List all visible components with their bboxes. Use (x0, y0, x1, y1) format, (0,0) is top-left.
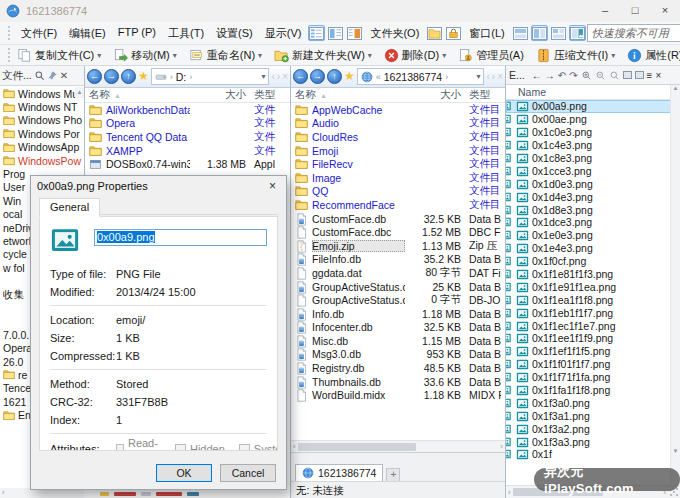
forward-button[interactable]: → (104, 69, 119, 84)
image-file-row[interactable]: 0x1e4e3.png (506, 242, 680, 255)
folder-lock-icon[interactable] (445, 25, 462, 41)
menu-item-2[interactable]: FTP (P) (112, 24, 162, 43)
horizontal-scrollbar[interactable]: ‹› (291, 440, 505, 452)
dropdown-arrow-icon[interactable]: ▾ (368, 51, 372, 60)
toolbar-del-button[interactable]: 删除(D)▾ (381, 47, 449, 64)
dropdown-arrow-icon[interactable]: ▾ (258, 51, 262, 60)
file-row[interactable]: Thumbnails.db33.6 KBData Ba (291, 375, 505, 389)
toolbar-move-button[interactable]: 移动(M)▾ (110, 47, 180, 64)
file-row[interactable]: Infocenter.db32.5 KBData Ba (291, 321, 505, 335)
layout-horizontal-icon[interactable] (512, 25, 529, 41)
column-type[interactable]: 类型 (246, 88, 286, 102)
undo-icon[interactable]: ↶ (558, 67, 566, 84)
forward-icon[interactable]: → (545, 67, 555, 84)
image-file-row[interactable]: 0x1e0e3.png (506, 229, 680, 242)
image-file-row[interactable]: 0x1dce3.png (506, 216, 680, 229)
menu-icon[interactable]: ≡ (647, 67, 653, 84)
pin-icon[interactable] (47, 70, 58, 81)
file-row[interactable]: Msg3.0.db953 KBData Ba (291, 348, 505, 362)
column-size[interactable]: 大小 (190, 88, 246, 102)
file-row[interactable]: ggdata.dat80 字节DAT Fil (291, 266, 505, 280)
folder-tree-item[interactable]: Windows Pho (0, 114, 84, 127)
back-icon[interactable]: ← (532, 67, 542, 84)
zoom-in-icon[interactable] (581, 70, 592, 81)
menu-item-1[interactable]: 编辑(E) (63, 24, 112, 43)
image-file-row[interactable]: 0x1f1ef1f1f5.png (506, 345, 680, 358)
menu-item-4[interactable]: 设置(S) (210, 24, 259, 43)
checkbox-icon[interactable] (175, 444, 186, 452)
dropdown-arrow-icon[interactable]: ▾ (173, 51, 177, 60)
favorites-icon[interactable]: ★ (138, 69, 149, 84)
tab-general[interactable]: General (39, 198, 100, 217)
image-file-row[interactable]: 0x1f1ea1f1f8.png (506, 293, 680, 306)
breadcrumb-dropdown-arrow[interactable]: ▾ (261, 72, 265, 81)
image-file-row[interactable]: 0x1f1e91f1ea.png (506, 280, 680, 293)
image-file-row[interactable]: 0x1d4e3.png (506, 190, 680, 203)
breadcrumb-path[interactable]: 1621386774 (384, 71, 442, 83)
layout-vertical-icon[interactable] (531, 25, 548, 41)
menu-item-0[interactable]: 文件(F) (15, 24, 63, 43)
folder-tree-item[interactable]: WindowsPow (0, 154, 84, 167)
view-split-icon[interactable] (327, 25, 344, 41)
image-file-row[interactable]: 0x00a9.png (506, 100, 680, 113)
image-file-row[interactable]: 0x1f3a0.png (506, 396, 680, 409)
file-row[interactable]: CustomFace.db32.5 KBData Ba (291, 212, 505, 226)
dropdown-arrow-icon[interactable]: ▾ (97, 51, 101, 60)
file-row[interactable]: FileRecv文件目 (291, 157, 505, 171)
view-preview-icon[interactable] (346, 25, 363, 41)
forward-button[interactable]: → (310, 69, 325, 84)
image-file-row[interactable]: 0x1d0e3.png (506, 177, 680, 190)
toolbar-copy-button[interactable]: 复制文件(C)▾ (14, 47, 104, 64)
file-row[interactable]: AppWebCache文件目 (291, 103, 505, 117)
image-file-row[interactable]: 0x00ae.png (506, 113, 680, 126)
image-file-row[interactable]: 0x1d8e3.png (506, 203, 680, 216)
attribute-checkbox-system[interactable]: System (239, 437, 278, 451)
up-button[interactable]: ↑ (121, 69, 136, 84)
file-row[interactable]: Registry.db48.5 KBData Ba (291, 361, 505, 375)
folder-tree-item[interactable]: Windows Mu (0, 87, 84, 100)
close-panel-icon[interactable]: ✕ (60, 70, 68, 81)
file-row[interactable]: XAMPP文件 (85, 144, 290, 158)
file-row[interactable]: Image文件目 (291, 171, 505, 185)
file-row[interactable]: FileInfo.db35.2 KBData Ba (291, 253, 505, 267)
file-row[interactable]: DOSBox0.74-win32-installer.exe1.38 MBApp… (85, 157, 290, 171)
zoom-out-icon[interactable] (595, 70, 606, 81)
image-file-row[interactable]: 0x1f3a3.png (506, 435, 680, 448)
toolbar-rename-button[interactable]: 重命名(N)▾ (186, 47, 265, 64)
file-row[interactable]: Misc.db1.15 MBData Ba (291, 334, 505, 348)
menu-folder[interactable]: 文件夹(O) (364, 24, 425, 43)
image-file-row[interactable]: 0x1c4e3.png (506, 139, 680, 152)
close-button[interactable]: × (650, 0, 680, 22)
file-row[interactable]: CloudRes文件目 (291, 130, 505, 144)
search-icon[interactable] (34, 70, 45, 81)
tab-current[interactable]: 1621386774 (295, 464, 383, 481)
file-row[interactable]: GroupActiveStatus.db-journal0 字节DB-JOU (291, 293, 505, 307)
file-row[interactable]: GroupActiveStatus.db25 KBData Ba (291, 280, 505, 294)
image-file-row[interactable]: 0x1f3a1.png (506, 409, 680, 422)
file-row[interactable]: CustomFace.dbc1.52 MBDBC Fil (291, 225, 505, 239)
cancel-button[interactable]: Cancel (220, 464, 276, 482)
close-viewer-icon[interactable]: × (655, 67, 661, 84)
back-button[interactable]: ← (87, 69, 102, 84)
redo-icon[interactable]: ↷ (569, 67, 577, 84)
folder-tree-item[interactable]: Windows NT (0, 100, 84, 113)
actual-size-icon[interactable] (635, 71, 644, 79)
add-tab-button[interactable]: + (386, 468, 400, 481)
image-file-row[interactable]: 0x1f1ec1f1e7.png (506, 319, 680, 332)
dropdown-arrow-icon[interactable]: ▾ (611, 51, 615, 60)
address-breadcrumb[interactable]: › D: › ▾ (151, 68, 270, 85)
dialog-close-icon[interactable]: × (265, 179, 280, 193)
folder-tree-icon[interactable] (426, 25, 443, 41)
menu-window[interactable]: 窗口(L) (463, 24, 510, 43)
minimize-button[interactable]: – (590, 0, 620, 22)
breadcrumb-dropdown-arrow[interactable]: ▾ (476, 72, 480, 81)
view-details-icon[interactable] (308, 25, 325, 41)
folder-tree-item[interactable]: WindowsApp (0, 141, 84, 154)
breadcrumb-path[interactable]: D: (176, 71, 187, 83)
favorites-icon[interactable]: ★ (344, 69, 355, 84)
fit-view-icon[interactable] (623, 71, 632, 79)
filename-input[interactable]: 0x00a9.png (94, 229, 267, 246)
column-name[interactable]: 名称▲ (89, 88, 190, 102)
column-type[interactable]: 类型 (461, 88, 501, 102)
layout-viewer-icon[interactable] (569, 25, 586, 41)
